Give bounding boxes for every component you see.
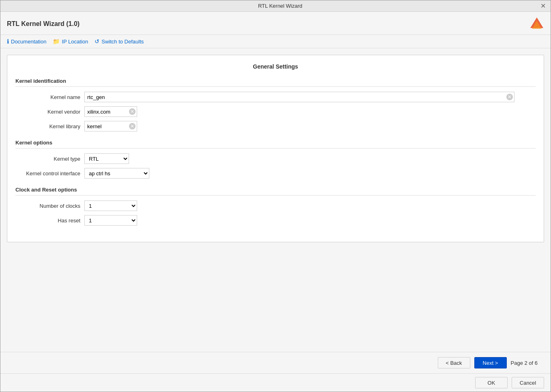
main-content: General Settings Kernel identification K…: [0, 48, 551, 352]
close-button[interactable]: ✕: [540, 3, 547, 9]
action-footer: OK Cancel: [0, 373, 551, 392]
kernel-options-section: Kernel options Kernel type RTL HLS OpenC…: [15, 140, 536, 179]
settings-panel: General Settings Kernel identification K…: [7, 55, 544, 242]
xilinx-logo: [529, 17, 544, 31]
main-window: RTL Kernel Wizard ✕ RTL Kernel Wizard (1…: [0, 0, 551, 392]
has-reset-label: Has reset: [15, 218, 80, 224]
kernel-name-input[interactable]: [84, 92, 514, 102]
kernel-type-row: Kernel type RTL HLS OpenCL: [15, 153, 536, 164]
kernel-identification-section: Kernel identification Kernel name ✕ Kern…: [15, 78, 536, 131]
kernel-control-label: Kernel control interface: [15, 170, 80, 177]
folder-icon: 📁: [53, 38, 60, 45]
switch-defaults-label: Switch to Defaults: [101, 39, 144, 45]
title-bar: RTL Kernel Wizard ✕: [0, 0, 551, 12]
has-reset-select[interactable]: 0 1: [84, 215, 137, 226]
kernel-vendor-label: Kernel vendor: [15, 109, 80, 115]
kernel-library-clear-button[interactable]: ✕: [129, 123, 136, 129]
toolbar: ℹ Documentation 📁 IP Location ↺ Switch t…: [0, 35, 551, 48]
kernel-name-clear-button[interactable]: ✕: [506, 94, 513, 100]
ok-button[interactable]: OK: [475, 377, 508, 388]
kernel-identification-header: Kernel identification: [15, 78, 536, 87]
app-title: RTL Kernel Wizard (1.0): [7, 20, 80, 28]
window-title: RTL Kernel Wizard: [21, 3, 540, 9]
app-header: RTL Kernel Wizard (1.0): [0, 12, 551, 35]
num-clocks-label: Number of clocks: [15, 203, 80, 209]
clock-reset-header: Clock and Reset options: [15, 187, 536, 196]
kernel-name-label: Kernel name: [15, 94, 80, 100]
kernel-control-select[interactable]: ap ctrl hs ap ctrl chain s_axilite ap_ct…: [84, 168, 149, 179]
documentation-label: Documentation: [11, 39, 46, 45]
panel-title: General Settings: [15, 63, 536, 70]
kernel-vendor-wrapper: ✕: [84, 106, 137, 117]
next-button[interactable]: Next >: [474, 357, 507, 368]
ip-location-link[interactable]: 📁 IP Location: [53, 38, 88, 45]
back-button[interactable]: < Back: [438, 357, 470, 368]
num-clocks-select[interactable]: 1 2 3 4: [84, 200, 137, 211]
kernel-name-row: Kernel name ✕: [15, 92, 536, 102]
num-clocks-row: Number of clocks 1 2 3 4: [15, 200, 536, 211]
page-info: Page 2 of 6: [511, 360, 538, 366]
kernel-library-row: Kernel library ✕: [15, 121, 536, 131]
kernel-type-label: Kernel type: [15, 156, 80, 162]
refresh-icon: ↺: [95, 38, 99, 45]
ip-location-label: IP Location: [62, 39, 88, 45]
kernel-library-wrapper: ✕: [84, 121, 137, 131]
nav-footer: < Back Next > Page 2 of 6: [0, 352, 551, 373]
kernel-control-row: Kernel control interface ap ctrl hs ap c…: [15, 168, 536, 179]
cancel-button[interactable]: Cancel: [512, 377, 544, 388]
kernel-vendor-clear-button[interactable]: ✕: [129, 108, 136, 115]
window-content: RTL Kernel Wizard (1.0) ℹ Documentation …: [0, 12, 551, 392]
kernel-vendor-row: Kernel vendor ✕: [15, 106, 536, 117]
documentation-icon: ℹ: [7, 38, 9, 45]
kernel-library-label: Kernel library: [15, 123, 80, 129]
switch-defaults-link[interactable]: ↺ Switch to Defaults: [95, 38, 144, 45]
clock-reset-section: Clock and Reset options Number of clocks…: [15, 187, 536, 226]
has-reset-row: Has reset 0 1: [15, 215, 536, 226]
kernel-options-header: Kernel options: [15, 140, 536, 149]
kernel-type-select[interactable]: RTL HLS OpenCL: [84, 153, 129, 164]
kernel-name-wrapper: ✕: [84, 92, 514, 102]
documentation-link[interactable]: ℹ Documentation: [7, 38, 46, 45]
